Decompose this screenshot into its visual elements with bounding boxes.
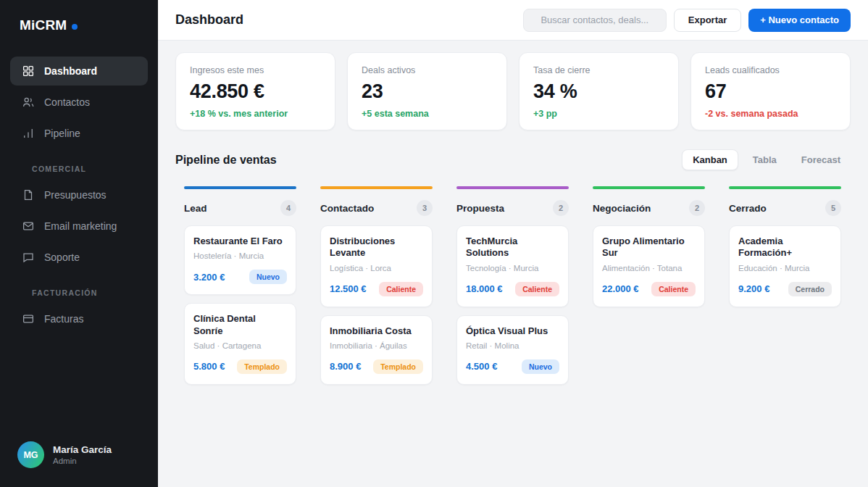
column-name: Contactado: [320, 203, 374, 214]
sidebar-item-label: Contactos: [44, 96, 90, 108]
stat-card-leads: Leads cualificados 67 -2 vs. semana pasa…: [690, 52, 851, 130]
deal-meta: Educación · Murcia: [738, 264, 832, 272]
deal-meta: Salud · Cartagena: [193, 341, 287, 350]
dashboard-content: Ingresos este mes 42.850 € +18 % vs. mes…: [158, 41, 868, 487]
deal-card[interactable]: Grupo Alimentario Sur Alimentación · Tot…: [593, 225, 705, 307]
status-badge: Cerrado: [788, 282, 832, 296]
app-logo-text: MiCRM: [20, 17, 67, 33]
column-count-badge: 3: [417, 200, 433, 216]
stat-delta: +18 % vs. mes anterior: [190, 109, 321, 119]
sidebar-item-dashboard[interactable]: Dashboard: [10, 57, 148, 86]
deal-card[interactable]: Distribuciones Levante Logística · Lorca…: [320, 225, 433, 307]
deal-card[interactable]: Clínica Dental Sonríe Salud · Cartagena …: [184, 303, 296, 385]
column-cards: Restaurante El Faro Hostelería · Murcia …: [184, 225, 296, 385]
topbar-actions: Exportar + Nuevo contacto: [523, 9, 851, 32]
pipeline-title: Pipeline de ventas: [175, 154, 277, 167]
tab-tabla[interactable]: Tabla: [743, 150, 787, 170]
sidebar-item-label: Presupuestos: [44, 189, 107, 201]
kanban-column-lead: Lead 4 Restaurante El Faro Hostelería · …: [184, 186, 296, 385]
deal-value: 8.900 €: [330, 361, 361, 372]
sidebar-nav: Dashboard Contactos Pipeline COMERCIAL P…: [0, 46, 158, 336]
column-name: Cerrado: [729, 203, 767, 214]
deal-title: Restaurante El Faro: [193, 236, 287, 247]
sidebar-item-label: Facturas: [44, 313, 83, 325]
user-info: María García Admin: [53, 444, 112, 465]
envelope-icon: [22, 220, 35, 233]
tab-forecast[interactable]: Forecast: [791, 150, 851, 170]
sidebar-item-soporte[interactable]: Soporte: [10, 243, 148, 272]
deal-footer: 5.800 € Templado: [193, 359, 287, 374]
kanban-column-negociacion: Negociación 2 Grupo Alimentario Sur Alim…: [593, 186, 705, 385]
avatar: MG: [17, 441, 44, 468]
stats-row: Ingresos este mes 42.850 € +18 % vs. mes…: [175, 52, 851, 130]
user-role: Admin: [53, 457, 112, 465]
logo-dot-icon: [72, 24, 78, 30]
deal-title: Inmobiliaria Costa: [330, 325, 423, 337]
status-badge: Templado: [237, 359, 287, 374]
column-header: Cerrado 5: [729, 200, 841, 216]
user-profile[interactable]: MG María García Admin: [0, 428, 158, 487]
deal-card[interactable]: Restaurante El Faro Hostelería · Murcia …: [184, 225, 296, 295]
stat-delta: +3 pp: [533, 109, 664, 119]
deal-footer: 18.000 € Caliente: [466, 282, 559, 296]
deal-card[interactable]: Óptica Visual Plus Retail · Molina 4.500…: [456, 315, 569, 385]
kanban-column-propuesta: Propuesta 2 TechMurcia Solutions Tecnolo…: [456, 186, 569, 385]
stat-delta: -2 vs. semana pasada: [705, 109, 836, 119]
column-count-badge: 2: [689, 200, 705, 216]
stat-card-ingresos: Ingresos este mes 42.850 € +18 % vs. mes…: [175, 52, 335, 130]
stat-value: 67: [705, 80, 836, 103]
bar-chart-icon: [22, 127, 35, 140]
column-header: Propuesta 2: [456, 200, 569, 216]
deal-title: TechMurcia Solutions: [466, 236, 559, 259]
deal-value: 4.500 €: [466, 361, 497, 372]
sidebar-item-pipeline[interactable]: Pipeline: [10, 119, 148, 148]
sidebar: MiCRM Dashboard Contactos Pipeline COMER…: [0, 0, 158, 487]
deal-meta: Retail · Molina: [466, 341, 559, 350]
status-badge: Nuevo: [522, 359, 559, 374]
deal-meta: Inmobiliaria · Águilas: [330, 341, 423, 350]
stat-card-deals: Deals activos 23 +5 esta semana: [347, 52, 507, 130]
deal-footer: 8.900 € Templado: [330, 359, 423, 374]
column-name: Negociación: [593, 203, 651, 214]
search-input[interactable]: [523, 9, 667, 32]
sidebar-item-email-marketing[interactable]: Email marketing: [10, 212, 148, 241]
column-header: Lead 4: [184, 200, 296, 216]
status-badge: Nuevo: [249, 270, 287, 284]
sidebar-item-facturas[interactable]: Facturas: [10, 304, 148, 333]
deal-value: 9.200 €: [738, 283, 769, 294]
sidebar-item-contactos[interactable]: Contactos: [10, 88, 148, 117]
deal-title: Academia Formación+: [738, 236, 832, 259]
column-color-bar: [729, 186, 841, 189]
stat-delta: +5 esta semana: [362, 109, 493, 119]
new-contact-button[interactable]: + Nuevo contacto: [748, 9, 851, 32]
stat-label: Deals activos: [362, 65, 493, 75]
deal-card[interactable]: TechMurcia Solutions Tecnología · Murcia…: [456, 225, 569, 307]
deal-meta: Hostelería · Murcia: [193, 251, 287, 260]
stat-value: 34 %: [533, 80, 664, 103]
export-button[interactable]: Exportar: [674, 9, 741, 32]
deal-card[interactable]: Academia Formación+ Educación · Murcia 9…: [729, 225, 841, 307]
app-logo: MiCRM: [0, 0, 158, 46]
tab-kanban[interactable]: Kanban: [682, 149, 738, 170]
deal-value: 5.800 €: [193, 361, 225, 372]
stat-label: Leads cualificados: [705, 65, 836, 75]
deal-value: 22.000 €: [602, 283, 639, 294]
status-badge: Caliente: [379, 282, 423, 296]
column-color-bar: [456, 186, 569, 189]
status-badge: Templado: [373, 359, 423, 374]
sidebar-item-label: Email marketing: [44, 220, 117, 232]
stat-value: 42.850 €: [190, 80, 321, 103]
column-cards: Distribuciones Levante Logística · Lorca…: [320, 225, 433, 385]
deal-footer: 22.000 € Caliente: [602, 282, 696, 296]
sidebar-item-label: Pipeline: [44, 128, 80, 139]
sidebar-section-facturacion: FACTURACIÓN: [10, 274, 148, 304]
top-bar: Dashboard Exportar + Nuevo contacto: [158, 0, 868, 41]
deal-meta: Alimentación · Totana: [602, 264, 696, 272]
deal-title: Grupo Alimentario Sur: [602, 236, 696, 259]
column-header: Negociación 2: [593, 200, 705, 216]
sidebar-item-presupuestos[interactable]: Presupuestos: [10, 180, 148, 209]
column-count-badge: 4: [280, 200, 296, 216]
users-icon: [22, 96, 35, 109]
column-color-bar: [320, 186, 433, 189]
deal-card[interactable]: Inmobiliaria Costa Inmobiliaria · Águila…: [320, 315, 433, 385]
